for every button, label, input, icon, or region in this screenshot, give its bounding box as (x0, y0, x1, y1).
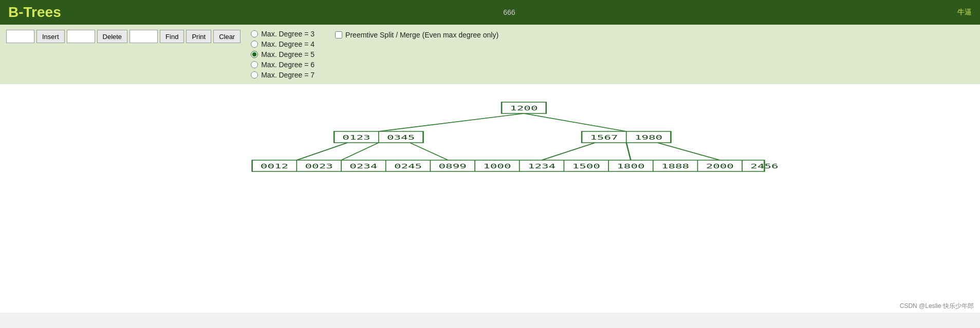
btree-svg: 1200 0123 0345 1567 1980 0012 0023 0234 … (0, 84, 980, 300)
preemtive-checkbox[interactable] (335, 31, 342, 38)
degree-radio-label-6: Max. Degree = 6 (261, 61, 315, 69)
tree-canvas: 1200 0123 0345 1567 1980 0012 0023 0234 … (0, 84, 980, 300)
insert-button[interactable]: Insert (36, 30, 65, 43)
degree-radio-label-5: Max. Degree = 5 (261, 50, 315, 59)
degree-radio-7[interactable]: Max. Degree = 7 (251, 71, 315, 79)
degree-radio-6[interactable]: Max. Degree = 6 (251, 61, 315, 69)
degree-radio-input-6[interactable] (251, 61, 258, 68)
degree-radio-group: Max. Degree = 3Max. Degree = 4Max. Degre… (251, 30, 315, 79)
settings-controls: Max. Degree = 3Max. Degree = 4Max. Degre… (251, 30, 498, 79)
degree-radio-input-3[interactable] (251, 30, 258, 37)
find-button[interactable]: Find (160, 30, 184, 43)
edge-l1-ll3 (410, 143, 448, 160)
edge-l1-ll1 (297, 143, 347, 160)
insert-input[interactable] (6, 30, 34, 43)
delete-input[interactable] (67, 30, 95, 43)
leaf-0234: 0234 (349, 162, 377, 170)
header-right-text: 牛逼 (957, 8, 972, 17)
leaf-0245: 0245 (394, 162, 422, 170)
action-controls: Insert Delete Find Print Clear (6, 30, 241, 43)
degree-radio-4[interactable]: Max. Degree = 4 (251, 40, 315, 48)
find-input[interactable] (130, 30, 158, 43)
controls-bar: Insert Delete Find Print Clear Max. Degr… (0, 25, 980, 84)
l1-left-key2: 0345 (387, 133, 415, 141)
root-key-1200: 1200 (510, 104, 538, 112)
edge-r1-rl2 (626, 143, 631, 160)
edge-r1-rl1 (542, 143, 595, 160)
print-button[interactable]: Print (186, 30, 211, 43)
degree-radio-label-4: Max. Degree = 4 (261, 40, 315, 48)
preemtive-checkbox-group: Preemtive Split / Merge (Even max degree… (335, 30, 498, 79)
header-number: 666 (503, 8, 515, 16)
delete-button[interactable]: Delete (97, 30, 128, 43)
leaf-1888: 1888 (661, 162, 689, 170)
footer-bar: CSDN @Leslie 快乐少年郎 (0, 300, 980, 313)
preemtive-text: Preemtive Split / Merge (Even max degree… (345, 31, 498, 39)
footer-text: CSDN @Leslie 快乐少年郎 (900, 302, 974, 310)
edge-root-left (379, 113, 524, 131)
leaf-1234: 1234 (528, 162, 556, 170)
degree-radio-input-4[interactable] (251, 41, 258, 48)
degree-radio-label-3: Max. Degree = 3 (261, 30, 315, 38)
edge-r1-rl3 (657, 143, 719, 160)
leaf-0012: 0012 (261, 162, 288, 170)
l1-right-key1: 1567 (590, 133, 618, 141)
app-title: B-Trees (8, 4, 61, 21)
leaf-1800: 1800 (617, 162, 644, 170)
l1-left-key1: 0123 (342, 133, 370, 141)
l1-right-key2: 1980 (635, 133, 662, 141)
edge-root-right (524, 113, 626, 131)
clear-button[interactable]: Clear (213, 30, 241, 43)
degree-radio-5[interactable]: Max. Degree = 5 (251, 50, 315, 59)
degree-radio-input-5[interactable] (251, 51, 258, 58)
degree-radio-3[interactable]: Max. Degree = 3 (251, 30, 315, 38)
degree-radio-input-7[interactable] (251, 71, 258, 79)
app-header: B-Trees 666 牛逼 (0, 0, 980, 25)
degree-radio-label-7: Max. Degree = 7 (261, 71, 315, 79)
leaf-0899: 0899 (439, 162, 467, 170)
leaf-2456: 2456 (750, 162, 778, 170)
leaf-1000: 1000 (483, 162, 511, 170)
preemtive-label[interactable]: Preemtive Split / Merge (Even max degree… (335, 31, 498, 39)
leaf-2000: 2000 (706, 162, 734, 170)
leaf-0023: 0023 (305, 162, 333, 170)
edge-l1-ll2 (341, 143, 379, 160)
leaf-1500: 1500 (572, 162, 600, 170)
